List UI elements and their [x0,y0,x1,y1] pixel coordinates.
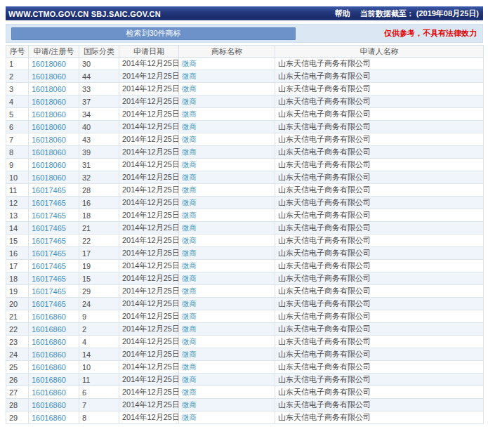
trademark-name-link[interactable]: 微商 [182,136,197,143]
trademark-name-link[interactable]: 微商 [182,98,197,105]
registration-number-link[interactable]: 16017465 [32,287,66,296]
registration-number-link[interactable]: 16018060 [32,148,66,157]
row-index: 12 [6,197,29,209]
trademark-name-link[interactable]: 微商 [182,262,197,270]
trademark-name-link[interactable]: 微商 [182,325,197,333]
intl-class: 34 [79,108,119,121]
registration-cell: 16017465 [29,260,79,272]
registration-number-link[interactable]: 16016860 [32,312,66,321]
registration-number-link[interactable]: 16017465 [32,199,66,207]
trademark-name-link[interactable]: 微商 [182,110,197,118]
application-date: 2014年12月25日 [119,58,179,70]
row-index: 18 [6,272,29,285]
trademark-cell: 微商 [179,374,275,386]
registration-cell: 16017465 [29,298,79,310]
table-row: 17 16017465 19 2014年12月25日 微商 山东天信电子商务有限… [6,260,484,272]
registration-number-link[interactable]: 16017465 [32,211,66,220]
trademark-name-link[interactable]: 微商 [182,376,197,383]
trademark-name-link[interactable]: 微商 [182,173,197,181]
registration-cell: 16017465 [29,184,79,197]
trademark-name-link[interactable]: 微商 [182,161,197,169]
registration-number-link[interactable]: 16017465 [32,275,66,283]
trademark-name-link[interactable]: 微商 [182,401,197,409]
trademark-name-link[interactable]: 微商 [182,85,197,93]
trademark-name-link[interactable]: 微商 [182,363,197,371]
registration-number-link[interactable]: 16018060 [32,60,66,68]
registration-cell: 16018060 [29,58,79,70]
registration-number-link[interactable]: 16018060 [32,98,66,106]
registration-number-link[interactable]: 16018060 [32,173,66,182]
trademark-name-link[interactable]: 微商 [182,312,197,320]
trademark-name-link[interactable]: 微商 [182,287,197,295]
trademark-cell: 微商 [179,58,275,70]
registration-cell: 16017465 [29,222,79,235]
applicant-name: 山东天信电子商务有限公司 [275,411,484,424]
registration-number-link[interactable]: 16016860 [32,376,66,384]
applicant-name: 山东天信电子商务有限公司 [275,95,484,108]
trademark-cell: 微商 [179,272,275,285]
table-row: 28 16016860 7 2014年12月25日 微商 山东天信电子商务有限公… [6,399,484,411]
registration-number-link[interactable]: 16016860 [32,350,66,359]
trademark-name-link[interactable]: 微商 [182,249,197,257]
registration-number-link[interactable]: 16018060 [32,161,66,169]
row-index: 3 [6,83,29,95]
trademark-name-link[interactable]: 微商 [182,72,197,80]
registration-number-link[interactable]: 16018060 [32,72,66,81]
applicant-name: 山东天信电子商务有限公司 [275,298,484,310]
trademark-name-link[interactable]: 微商 [182,211,197,219]
intl-class: 30 [79,58,119,70]
registration-number-link[interactable]: 16017465 [32,300,66,308]
trademark-cell: 微商 [179,323,275,336]
registration-number-link[interactable]: 16016860 [32,401,66,409]
row-index: 6 [6,121,29,133]
help-link[interactable]: 帮助 [335,8,350,19]
trademark-cell: 微商 [179,146,275,159]
result-count-button[interactable]: 检索到30件商标 [11,27,296,40]
registration-cell: 16016860 [29,310,79,323]
application-date: 2014年12月25日 [119,298,179,310]
row-index: 21 [6,310,29,323]
trademark-name-link[interactable]: 微商 [182,300,197,308]
registration-number-link[interactable]: 16016860 [32,388,66,397]
registration-number-link[interactable]: 16017465 [32,262,66,270]
application-date: 2014年12月25日 [119,121,179,133]
table-row: 2 16018060 44 2014年12月25日 微商 山东天信电子商务有限公… [6,70,484,83]
trademark-name-link[interactable]: 微商 [182,350,197,358]
trademark-name-link[interactable]: 微商 [182,199,197,206]
table-row: 8 16018060 39 2014年12月25日 微商 山东天信电子商务有限公… [6,146,484,159]
applicant-name: 山东天信电子商务有限公司 [275,336,484,348]
column-header-mark: 商标名称 [179,46,275,58]
applicant-name: 山东天信电子商务有限公司 [275,247,484,260]
results-toolbar: 检索到30件商标 仅供参考，不具有法律效力 [6,24,483,43]
registration-number-link[interactable]: 16017465 [32,249,66,258]
registration-number-link[interactable]: 16016860 [32,338,66,346]
trademark-name-link[interactable]: 微商 [182,224,197,232]
trademark-cell: 微商 [179,121,275,133]
row-index: 16 [6,247,29,260]
registration-number-link[interactable]: 16018060 [32,85,66,93]
trademark-name-link[interactable]: 微商 [182,338,197,345]
intl-class: 15 [79,272,119,285]
row-index: 24 [6,348,29,361]
registration-number-link[interactable]: 16016860 [32,363,66,371]
registration-number-link[interactable]: 16017465 [32,186,66,195]
registration-number-link[interactable]: 16018060 [32,110,66,119]
trademark-name-link[interactable]: 微商 [182,237,197,244]
trademark-name-link[interactable]: 微商 [182,123,197,131]
intl-class: 29 [79,285,119,298]
application-date: 2014年12月25日 [119,108,179,121]
registration-number-link[interactable]: 16018060 [32,136,66,144]
registration-number-link[interactable]: 16017465 [32,237,66,245]
intl-class: 8 [79,411,119,424]
trademark-name-link[interactable]: 微商 [182,60,197,67]
trademark-name-link[interactable]: 微商 [182,186,197,194]
registration-number-link[interactable]: 16016860 [32,414,66,422]
registration-number-link[interactable]: 16017465 [32,224,66,232]
trademark-name-link[interactable]: 微商 [182,414,197,421]
application-date: 2014年12月25日 [119,374,179,386]
registration-number-link[interactable]: 16018060 [32,123,66,131]
trademark-name-link[interactable]: 微商 [182,275,197,282]
trademark-name-link[interactable]: 微商 [182,388,197,396]
registration-number-link[interactable]: 16016860 [32,325,66,334]
trademark-name-link[interactable]: 微商 [182,148,197,156]
